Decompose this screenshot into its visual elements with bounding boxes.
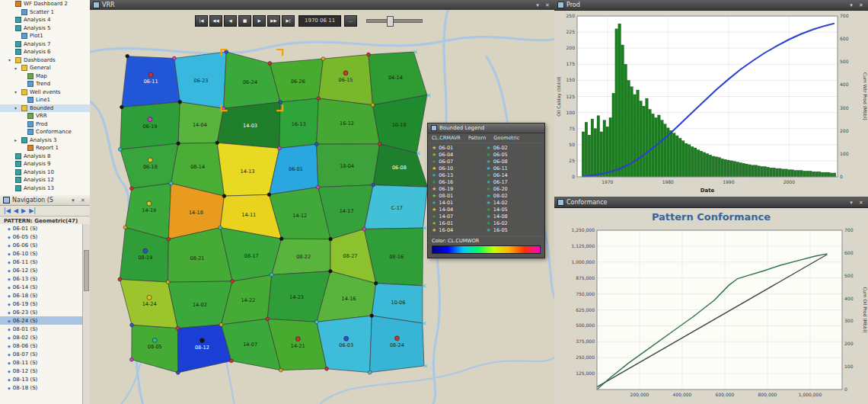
playback-button[interactable]: ▶| [282,15,295,27]
map-pin-icon[interactable]: ▾ [534,2,541,8]
scrollbar-thumb[interactable] [84,250,89,291]
tree-caret-icon[interactable]: ▾ [14,89,19,95]
tree-item-vrr[interactable]: VRR [0,112,90,120]
legend-entry-14-04[interactable]: ★14-04 [432,207,487,213]
tree-item-line1[interactable]: Line1 [0,96,90,104]
time-slider[interactable] [366,19,423,23]
tree-caret-icon[interactable]: ▾ [8,57,13,63]
pattern-list-item-08-18-s[interactable]: ◆08-18 (S) [0,383,83,392]
tree-item-bounded[interactable]: ▾Bounded [0,104,90,113]
legend-entry-06-11[interactable]: ★06-11 [487,165,541,172]
legend-entry-14-01[interactable]: ★14-01 [432,200,487,206]
legend-entry-14-02[interactable]: ★14-02 [487,200,541,206]
conformance-pin-icon[interactable]: ▾ [847,200,855,206]
tree-item-wf-dashboard-2[interactable]: WF Dashboard 2 [0,0,90,8]
legend-entry-08-01[interactable]: ★08-01 [432,193,487,199]
pattern-list-item-08-07-s[interactable]: ◆08-07 (S) [0,350,83,358]
legend-entry-06-08[interactable]: ★06-08 [487,159,541,165]
legend-entry-06-05[interactable]: ★06-05 [487,152,541,158]
legend-entry-16-05[interactable]: ★16-05 [487,227,541,233]
pattern-list-item-06-10-s[interactable]: ◆06-10 (S) [0,249,83,258]
tree-item-well-events[interactable]: ▾Well events [0,88,90,97]
legend-entry-06-10[interactable]: ★06-10 [432,165,487,172]
tree-item-analysis-3[interactable]: ▸Analysis 3 [0,136,90,145]
nav-step-button[interactable]: ▶| [29,207,36,216]
tree-item-analysis-10[interactable]: Analysis 10 [0,168,90,177]
legend-entry-16-01[interactable]: ★16-01 [432,220,487,226]
pattern-list-item-06-06-s[interactable]: ◆06-06 (S) [0,241,83,249]
legend-entry-06-17[interactable]: ★06-17 [487,179,541,185]
time-display[interactable]: 1970 06 11 [298,15,341,27]
navigation-scrollbar[interactable] [82,224,90,404]
tree-caret-icon[interactable]: ▾ [14,66,19,71]
playback-button[interactable]: ■ [238,15,251,27]
pattern-list-item-06-12-s[interactable]: ◆06-12 (S) [0,266,83,274]
nav-step-button[interactable]: |◀ [4,207,11,216]
pattern-list-item-08-11-s[interactable]: ◆08-11 (S) [0,358,83,367]
tree-item-analysis-6[interactable]: Analysis 6 [0,48,90,56]
prod-pin-icon[interactable]: ▾ [847,2,855,8]
legend-entry-06-07[interactable]: ★06-07 [432,159,487,165]
tree-item-conformance[interactable]: Conformance [0,128,90,136]
pattern-list-item-06-13-s[interactable]: ◆06-13 (S) [0,274,83,283]
legend-entry-06-13[interactable]: ★06-13 [432,172,487,178]
playback-button[interactable]: ◀◀ [209,15,222,27]
tree-item-dashboards[interactable]: ▾Dashboards [0,56,90,65]
legend-entry-14-08[interactable]: ★14-08 [487,213,541,220]
conformance-close-icon[interactable]: ✕ [857,200,865,206]
playback-button[interactable]: ▶▶ [267,15,280,27]
pattern-list-item-06-19-s[interactable]: ◆06-19 (S) [0,300,83,308]
nav-step-button[interactable]: ▶ [21,207,26,216]
prod-close-icon[interactable]: ✕ [857,2,865,8]
pattern-list-item-06-01-s[interactable]: ◆06-01 (S) [0,224,83,232]
tree-item-scatter-1[interactable]: Scatter 1 [0,8,90,17]
playback-button[interactable]: ▶ [253,15,266,27]
pattern-list-item-06-18-s[interactable]: ◆06-18 (S) [0,291,83,300]
playback-button[interactable]: |◀ [195,15,208,27]
pattern-list-item-08-13-s[interactable]: ◆08-13 (S) [0,375,83,383]
legend-entry-14-07[interactable]: ★14-07 [432,213,487,220]
pattern-list-item-08-06-s[interactable]: ◆08-06 (S) [0,341,83,350]
navigation-pin-icon[interactable]: ▾ [69,197,77,204]
tree-item-analysis-4[interactable]: Analysis 4 [0,16,90,24]
pattern-list-item-06-11-s[interactable]: ◆06-11 (S) [0,258,83,266]
playback-button[interactable]: ◀ [224,15,237,27]
pattern-list-item-06-23-s[interactable]: ◆06-23 (S) [0,308,83,316]
legend-entry-06-16[interactable]: ★06-16 [432,179,487,185]
pattern-list-item-06-05-s[interactable]: ◆06-05 (S) [0,232,83,241]
tree-item-plot1[interactable]: Plot1 [0,32,90,40]
tree-item-trend[interactable]: Trend [0,80,90,88]
navigation-close-icon[interactable]: ✕ [79,197,87,204]
legend-entry-06-20[interactable]: ★06-20 [487,186,541,192]
legend-entry-06-02[interactable]: ★06-02 [487,145,541,151]
pattern-list-item-08-02-s[interactable]: ◆08-02 (S) [0,333,83,341]
tree-item-prod[interactable]: Prod [0,120,90,129]
legend-entry-16-04[interactable]: ★16-04 [432,227,487,233]
legend-entry-16-02[interactable]: ★16-02 [487,220,541,226]
tree-item-report-1[interactable]: Report 1 [0,144,90,152]
pattern-list-item-08-12-s[interactable]: ◆08-12 (S) [0,367,83,375]
tree-caret-icon[interactable]: ▸ [14,137,19,143]
legend-entry-06-19[interactable]: ★06-19 [432,186,487,192]
nav-step-button[interactable]: ◀ [14,207,18,216]
tree-item-analysis-7[interactable]: Analysis 7 [0,40,90,49]
time-slider-knob[interactable] [387,16,394,27]
tree-item-analysis-9[interactable]: Analysis 9 [0,160,90,168]
map-close-icon[interactable]: ✕ [544,2,551,8]
pattern-list-item-08-01-s[interactable]: ◆08-01 (S) [0,325,83,333]
pattern-list-item-06-14-s[interactable]: ◆06-14 (S) [0,283,83,291]
tree-item-analysis-13[interactable]: Analysis 13 [0,184,90,193]
legend-entry-06-01[interactable]: ★06-01 [432,145,487,151]
tree-item-map[interactable]: Map [0,72,90,81]
tree-item-analysis-5[interactable]: Analysis 5 [0,24,90,33]
tree-item-general[interactable]: ▾General [0,64,90,72]
legend-entry-06-04[interactable]: ★06-04 [432,152,487,158]
legend-entry-08-02[interactable]: ★08-02 [487,193,541,199]
legend-entry-06-14[interactable]: ★06-14 [487,172,541,178]
pattern-list-item-06-24-s[interactable]: ◆06-24 (S) [0,316,83,325]
tree-caret-icon[interactable]: ▾ [14,105,19,111]
more-button[interactable]: ... [344,15,357,27]
tree-item-analysis-8[interactable]: Analysis 8 [0,152,90,161]
legend-entry-14-05[interactable]: ★14-05 [487,207,541,213]
tree-item-analysis-12[interactable]: Analysis 12 [0,176,90,184]
